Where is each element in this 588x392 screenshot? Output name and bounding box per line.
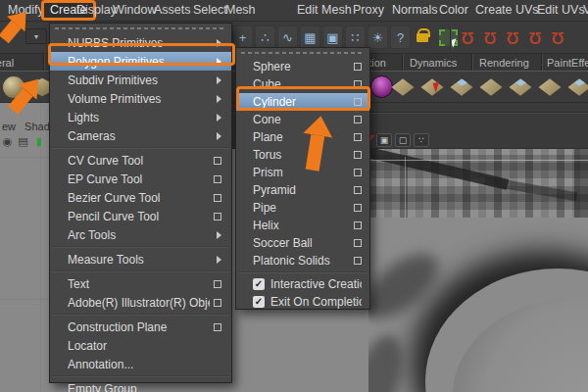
poly-split-icon[interactable] xyxy=(478,74,504,100)
menu-item-annotation[interactable]: Annotation... xyxy=(50,355,231,373)
menu-item-text[interactable]: Text xyxy=(50,274,231,293)
snap-magnet-icon[interactable]: Ω xyxy=(549,25,566,49)
option-box[interactable] xyxy=(214,280,221,288)
lattice-icon[interactable]: ▣ xyxy=(322,25,343,49)
menu-item-label: Sphere xyxy=(253,60,350,74)
menu-item-pipe[interactable]: Pipe xyxy=(236,199,369,217)
camera-icon[interactable]: ◉ xyxy=(1,135,14,148)
menu-item-adobe-r-illustrator-r-object[interactable]: Adobe(R) Illustrator(R) Object... xyxy=(50,293,231,312)
menu-item-sphere[interactable]: Sphere xyxy=(236,58,369,75)
menu-create-uvs[interactable]: Create UVs xyxy=(475,3,539,17)
menu-edit-mesh[interactable]: Edit Mesh xyxy=(297,3,352,17)
viewport-menu-shading[interactable]: Shad xyxy=(24,121,50,132)
viewport-panel-menu[interactable]: ewShad xyxy=(2,121,51,132)
menu-item-volume-primitives[interactable]: Volume Primitives xyxy=(50,89,231,108)
poly-lattice-icon[interactable] xyxy=(566,74,588,100)
particles-icon[interactable]: ∷ xyxy=(345,25,366,49)
menu-item-cameras[interactable]: Cameras xyxy=(50,126,231,145)
menu-v[interactable]: V xyxy=(583,3,588,17)
poly-triangles-icon[interactable] xyxy=(390,74,416,100)
menu-item-construction-plane[interactable]: Construction Plane xyxy=(50,318,231,336)
menu-item-helix[interactable]: Helix xyxy=(236,217,369,234)
menu-edit-uvs[interactable]: Edit UVs xyxy=(537,3,585,17)
tearoff-handle[interactable] xyxy=(55,27,226,29)
option-box[interactable] xyxy=(354,116,362,123)
snap-grid-icon[interactable]: Ω xyxy=(459,25,476,49)
poly-select-icon[interactable] xyxy=(419,74,445,100)
snap-point-icon[interactable]: Ω xyxy=(504,25,521,49)
viewport-left-toolbar: ◉▤▮ xyxy=(1,135,45,148)
emitter-icon[interactable]: ☀ xyxy=(368,25,388,49)
viewport-menu-view[interactable]: ew xyxy=(2,121,16,132)
option-box[interactable] xyxy=(214,194,221,202)
option-box[interactable] xyxy=(354,204,362,212)
tab-painteffects[interactable]: PaintEffects xyxy=(547,57,588,69)
poly-combine-icon[interactable] xyxy=(449,74,474,100)
tab-general[interactable]: General xyxy=(0,57,14,69)
option-box[interactable] xyxy=(214,157,221,165)
menu-select[interactable]: Select xyxy=(193,3,227,17)
menu-item-pyramid[interactable]: Pyramid xyxy=(236,181,369,199)
option-box[interactable] xyxy=(354,133,362,141)
menu-item-platonic-solids[interactable]: Platonic Solids xyxy=(236,252,369,270)
menu-set-dropdown[interactable]: ▾ xyxy=(25,28,47,44)
option-box[interactable] xyxy=(214,323,221,331)
poly-cube-icon[interactable] xyxy=(508,74,533,100)
poly-display-icon[interactable]: ▦ xyxy=(300,25,320,49)
menu-color[interactable]: Color xyxy=(439,3,468,17)
tab-dynamics[interactable]: Dynamics xyxy=(410,57,457,69)
menu-item-label: Empty Group xyxy=(68,382,221,392)
lock-icon[interactable] xyxy=(412,25,432,49)
menu-mesh[interactable]: Mesh xyxy=(225,3,256,17)
option-box[interactable] xyxy=(214,299,221,307)
option-box[interactable] xyxy=(354,63,362,71)
option-box[interactable] xyxy=(214,213,221,220)
hypergraph-icon[interactable]: ∴ xyxy=(255,25,275,49)
curve-tool-icon[interactable]: ∿ xyxy=(277,25,298,49)
menu-item-interactive-creation[interactable]: ✓Interactive Creation xyxy=(236,275,369,293)
option-box[interactable] xyxy=(354,151,362,159)
copy-view-icon[interactable]: ▢ xyxy=(395,133,411,147)
menu-item-ep-curve-tool[interactable]: EP Curve Tool xyxy=(50,170,231,188)
menu-item-subdiv-primitives[interactable]: Subdiv Primitives xyxy=(50,71,231,89)
option-box[interactable] xyxy=(354,257,362,265)
grid-line xyxy=(405,157,406,218)
tab-rendering[interactable]: Rendering xyxy=(479,57,529,69)
poly-merge-icon[interactable] xyxy=(537,74,563,100)
menu-item-arc-tools[interactable]: Arc Tools xyxy=(50,225,231,244)
menu-display[interactable]: Display xyxy=(76,3,117,17)
option-box[interactable] xyxy=(354,169,362,176)
menu-item-pencil-curve-tool[interactable]: Pencil Curve Tool xyxy=(50,207,231,225)
menu-item-exit-on-completion[interactable]: ✓Exit On Completion xyxy=(236,293,369,311)
option-box[interactable] xyxy=(214,175,221,183)
snap-curve-icon[interactable]: Ω xyxy=(481,25,499,49)
menu-item-label: Pyramid xyxy=(253,183,350,197)
menu-normals[interactable]: Normals xyxy=(392,3,438,17)
menu-item-soccer-ball[interactable]: Soccer Ball xyxy=(236,234,369,252)
menu-item-cv-curve-tool[interactable]: CV Curve Tool xyxy=(50,151,231,170)
add-tool-icon[interactable]: + xyxy=(232,25,253,49)
menu-proxy[interactable]: Proxy xyxy=(353,3,384,17)
menu-assets[interactable]: Assets xyxy=(154,3,191,17)
film-gate-icon[interactable]: ▤ xyxy=(17,135,29,148)
menu-item-lights[interactable]: Lights xyxy=(50,108,231,126)
option-box[interactable] xyxy=(354,221,362,229)
option-box[interactable] xyxy=(354,186,362,194)
help-icon[interactable]: ? xyxy=(390,25,411,49)
menu-item-cone[interactable]: Cone xyxy=(236,111,369,128)
menu-separator xyxy=(52,246,229,248)
menu-item-empty-group[interactable]: Empty Group xyxy=(50,379,231,392)
menu-item-measure-tools[interactable]: Measure Tools xyxy=(50,250,231,269)
menu-window[interactable]: Window xyxy=(113,3,156,17)
menu-item-label: Interactive Creation xyxy=(270,277,362,291)
option-box[interactable] xyxy=(354,239,362,247)
menu-item-locator[interactable]: Locator xyxy=(50,336,231,355)
marquee-select-icon[interactable] xyxy=(438,25,459,49)
tearoff-handle[interactable] xyxy=(241,52,365,54)
share-view-icon[interactable]: ∵ xyxy=(414,133,429,147)
snap-plane-icon[interactable]: Ω xyxy=(526,25,544,49)
cube-view-icon[interactable]: ▣ xyxy=(376,133,392,147)
checkmark-icon: ✓ xyxy=(253,296,265,308)
layer-bar-icon[interactable]: ▮ xyxy=(32,135,45,148)
menu-item-bezier-curve-tool[interactable]: Bezier Curve Tool xyxy=(50,188,231,207)
